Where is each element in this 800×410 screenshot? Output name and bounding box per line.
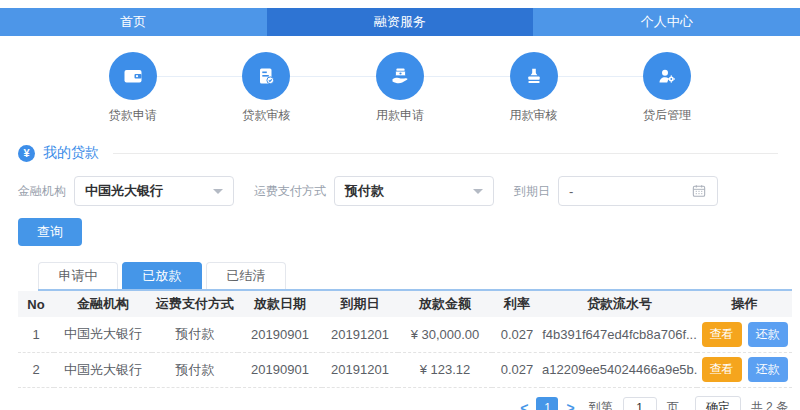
filter-bar: 金融机构 中国光大银行 运费支付方式 预付款 到期日 - bbox=[18, 176, 800, 206]
query-button[interactable]: 查询 bbox=[18, 218, 82, 246]
institution-select[interactable]: 中国光大银行 bbox=[74, 176, 234, 206]
step-label: 贷款申请 bbox=[109, 107, 157, 124]
status-tabs: 申请中 已放款 已结清 bbox=[38, 262, 792, 291]
cell-actions: 查看还款 bbox=[697, 352, 792, 387]
step-label: 用款审核 bbox=[510, 107, 558, 124]
col-no: No bbox=[18, 291, 54, 317]
nav-tab-home[interactable]: 首页 bbox=[0, 8, 267, 36]
cell-amount: ¥ 123.12 bbox=[398, 352, 492, 387]
step-label: 贷后管理 bbox=[643, 107, 691, 124]
step-fund-use-application[interactable]: 用款申请 bbox=[333, 52, 467, 124]
goto-suffix-label: 页 bbox=[667, 399, 679, 410]
cell-institution: 中国光大银行 bbox=[54, 317, 152, 352]
hand-money-icon bbox=[376, 52, 424, 100]
col-due-date: 到期日 bbox=[322, 291, 398, 317]
payment-method-label: 运费支付方式 bbox=[254, 183, 326, 200]
stamp-icon bbox=[510, 52, 558, 100]
pagination: < 1 > 到第 页 确定 共 2 条 bbox=[0, 396, 788, 410]
wallet-icon bbox=[109, 52, 157, 100]
nav-tab-personal-center[interactable]: 个人中心 bbox=[533, 8, 800, 36]
table-header-row: No 金融机构 运费支付方式 放款日期 到期日 放款金额 利率 贷款流水号 操作 bbox=[18, 291, 792, 317]
col-loan-date: 放款日期 bbox=[238, 291, 322, 317]
cell-rate: 0.027 bbox=[492, 352, 542, 387]
nav-tab-financing[interactable]: 融资服务 bbox=[267, 8, 534, 36]
col-actions: 操作 bbox=[697, 291, 792, 317]
cell-actions: 查看还款 bbox=[697, 317, 792, 352]
cell-rate: 0.027 bbox=[492, 317, 542, 352]
col-serial: 贷款流水号 bbox=[542, 291, 697, 317]
col-payment-method: 运费支付方式 bbox=[152, 291, 238, 317]
cell-due-date: 20191201 bbox=[322, 352, 398, 387]
chevron-down-icon bbox=[213, 189, 223, 194]
institution-value: 中国光大银行 bbox=[85, 182, 213, 200]
due-date-label: 到期日 bbox=[514, 183, 550, 200]
calendar-icon[interactable] bbox=[691, 183, 707, 199]
top-navigation: 首页 融资服务 个人中心 bbox=[0, 8, 800, 36]
chevron-down-icon bbox=[473, 189, 483, 194]
cell-no: 1 bbox=[18, 317, 54, 352]
confirm-button[interactable]: 确定 bbox=[695, 396, 741, 410]
cell-payment: 预付款 bbox=[152, 352, 238, 387]
cell-no: 2 bbox=[18, 352, 54, 387]
cell-due-date: 20191201 bbox=[322, 317, 398, 352]
tab-loaned[interactable]: 已放款 bbox=[122, 262, 202, 289]
table-row: 2 中国光大银行 预付款 20190901 20191201 ¥ 123.12 … bbox=[18, 352, 792, 387]
step-label: 贷款审核 bbox=[242, 107, 290, 124]
due-date-input[interactable]: - bbox=[558, 176, 718, 206]
cell-serial: f4b391f647ed4fcb8a706f... bbox=[542, 317, 697, 352]
due-date-value: - bbox=[569, 184, 691, 199]
divider bbox=[113, 153, 778, 154]
yuan-circle-icon: ¥ bbox=[18, 145, 35, 162]
table-row: 1 中国光大银行 预付款 20190901 20191201 ¥ 30,000.… bbox=[18, 317, 792, 352]
step-fund-use-review[interactable]: 用款审核 bbox=[467, 52, 601, 124]
col-rate: 利率 bbox=[492, 291, 542, 317]
goto-prefix-label: 到第 bbox=[589, 399, 613, 410]
step-loan-application[interactable]: 贷款申请 bbox=[66, 52, 200, 124]
cell-institution: 中国光大银行 bbox=[54, 352, 152, 387]
step-loan-review[interactable]: 贷款审核 bbox=[200, 52, 334, 124]
goto-page-input[interactable] bbox=[623, 397, 657, 410]
tab-settled[interactable]: 已结清 bbox=[206, 262, 286, 289]
loans-table: No 金融机构 运费支付方式 放款日期 到期日 放款金额 利率 贷款流水号 操作… bbox=[18, 291, 792, 388]
step-label: 用款申请 bbox=[376, 107, 424, 124]
view-button[interactable]: 查看 bbox=[702, 357, 742, 382]
tab-applying[interactable]: 申请中 bbox=[38, 262, 118, 289]
total-count-label: 共 2 条 bbox=[751, 399, 788, 410]
view-button[interactable]: 查看 bbox=[702, 322, 742, 347]
page-title: 我的贷款 bbox=[43, 144, 99, 162]
repay-button[interactable]: 还款 bbox=[748, 322, 788, 347]
prev-page-icon[interactable]: < bbox=[512, 400, 536, 410]
payment-method-select[interactable]: 预付款 bbox=[334, 176, 494, 206]
person-gear-icon bbox=[643, 52, 691, 100]
institution-label: 金融机构 bbox=[18, 183, 66, 200]
page-number-button[interactable]: 1 bbox=[536, 397, 558, 410]
payment-method-value: 预付款 bbox=[345, 182, 473, 200]
cell-loan-date: 20190901 bbox=[238, 352, 322, 387]
col-amount: 放款金额 bbox=[398, 291, 492, 317]
document-check-icon bbox=[242, 52, 290, 100]
repay-button[interactable]: 还款 bbox=[748, 357, 788, 382]
cell-amount: ¥ 30,000.00 bbox=[398, 317, 492, 352]
cell-payment: 预付款 bbox=[152, 317, 238, 352]
step-post-loan-management[interactable]: 贷后管理 bbox=[600, 52, 734, 124]
col-institution: 金融机构 bbox=[54, 291, 152, 317]
cell-loan-date: 20190901 bbox=[238, 317, 322, 352]
section-header: ¥ 我的贷款 bbox=[18, 144, 782, 162]
next-page-icon[interactable]: > bbox=[558, 400, 582, 410]
cell-serial: a12209ee54024466a9e5b... bbox=[542, 352, 697, 387]
workflow-steps: 贷款申请 贷款审核 用款申请 bbox=[66, 52, 734, 124]
